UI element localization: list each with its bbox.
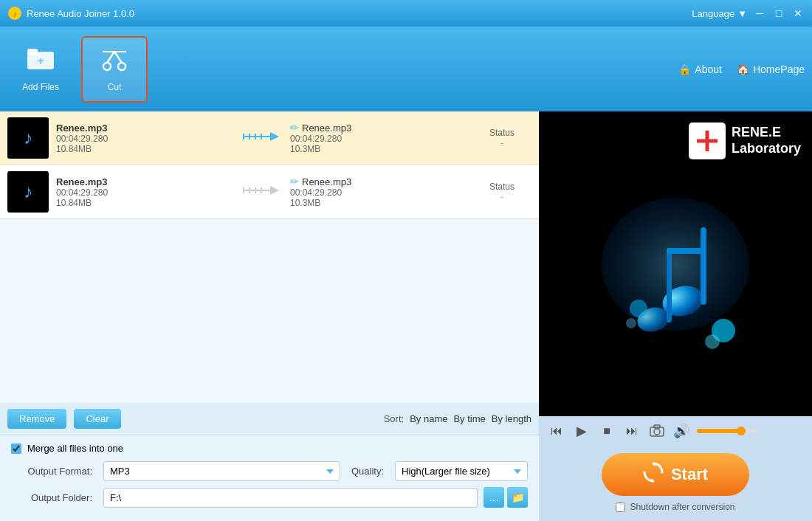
svg-point-33 <box>630 300 647 317</box>
about-link[interactable]: 🔒 About <box>678 63 722 75</box>
language-selector[interactable]: Language ▼ <box>692 8 747 19</box>
cut-icon <box>100 46 129 79</box>
browse-button[interactable]: … <box>484 487 504 508</box>
file-row[interactable]: ♪ Renee.mp3 00:04:29.280 10.84MB ✏ Renee… <box>0 165 539 219</box>
svg-point-36 <box>654 429 660 435</box>
logo-line2: Laboratory <box>732 141 801 157</box>
music-note-icon: ♪ <box>24 182 32 202</box>
start-button[interactable]: Start <box>602 453 749 496</box>
svg-point-5 <box>103 63 111 70</box>
file-info: Renee.mp3 00:04:29.280 10.84MB <box>56 123 231 154</box>
file-duration: 00:04:29.280 <box>56 134 231 144</box>
output-folder-label: Output Folder: <box>11 492 92 503</box>
window-controls: Language ▼ ─ □ ✕ <box>692 7 805 20</box>
stop-button[interactable]: ■ <box>598 422 616 440</box>
clear-button[interactable]: Clear <box>74 409 120 429</box>
folder-input[interactable] <box>103 488 478 508</box>
logo-text: RENE.E Laboratory <box>732 125 801 156</box>
skip-back-button[interactable]: ⏮ <box>548 422 565 440</box>
add-files-icon: + <box>26 46 55 79</box>
shutdown-row: Shutdown after conversion <box>616 502 734 512</box>
volume-thumb <box>737 427 746 435</box>
svg-line-7 <box>107 52 114 63</box>
file-row[interactable]: ♪ Renee.mp3 00:04:29.280 10.84MB ✏ Renee… <box>0 111 539 165</box>
file-arrow-icon <box>238 128 283 149</box>
svg-point-34 <box>626 318 636 328</box>
app-logo-icon: ♪ <box>7 6 22 21</box>
sort-by-length-button[interactable]: By length <box>492 413 531 424</box>
file-status: Status - <box>472 182 531 202</box>
edit-icon: ✏ <box>290 122 299 134</box>
toolbar-right: 🔒 About 🏠 HomePage <box>678 63 805 75</box>
output-duration: 00:04:29.280 <box>290 134 465 144</box>
output-format-row: Output Format: MP3WAVAACFLACOGG Quality:… <box>11 461 528 481</box>
left-panel: ♪ Renee.mp3 00:04:29.280 10.84MB ✏ Renee… <box>0 111 539 521</box>
volume-icon: 🔊 <box>673 423 689 439</box>
output-format-label: Output Format: <box>11 466 92 477</box>
file-thumbnail: ♪ <box>7 117 49 159</box>
play-button[interactable]: ▶ <box>573 422 591 440</box>
language-label: Language <box>692 8 734 19</box>
snapshot-button[interactable] <box>648 422 666 440</box>
edit-icon: ✏ <box>290 176 299 187</box>
merge-checkbox[interactable] <box>11 444 21 454</box>
music-note-svg <box>572 168 779 360</box>
lock-icon: 🔒 <box>678 63 691 75</box>
maximize-button[interactable]: □ <box>772 7 785 20</box>
file-status: Status - <box>472 128 531 148</box>
music-note-icon: ♪ <box>24 128 32 148</box>
file-output: ✏ Renee.mp3 00:04:29.280 10.3MB <box>290 122 465 154</box>
shutdown-checkbox[interactable] <box>616 503 625 512</box>
svg-marker-11 <box>270 132 279 141</box>
sort-by-name-button[interactable]: By name <box>410 413 447 424</box>
quality-select[interactable]: High(Larger file size)MediumLow <box>395 461 528 481</box>
preview-area: RENE.E Laboratory <box>539 111 812 416</box>
file-size: 10.84MB <box>56 144 231 154</box>
titlebar: ♪ Renee Audio Joiner 1.0.0 Language ▼ ─ … <box>0 0 812 27</box>
logo-area: RENE.E Laboratory <box>689 123 801 159</box>
music-visual <box>572 168 779 360</box>
svg-text:♪: ♪ <box>13 9 17 19</box>
about-label: About <box>695 63 722 75</box>
bottom-bar: Remove Clear Sort: By name By time By le… <box>0 403 539 435</box>
merge-row: Merge all files into one <box>11 443 528 454</box>
folder-row: … 📁 <box>103 487 528 508</box>
svg-rect-3 <box>27 49 38 55</box>
player-controls: ⏮ ▶ ■ ⏭ 🔊 <box>539 416 812 446</box>
skip-forward-button[interactable]: ⏭ <box>623 422 641 440</box>
shutdown-label: Shutdown after conversion <box>630 502 734 512</box>
svg-point-6 <box>118 63 125 70</box>
app-title: Renee Audio Joiner 1.0.0 <box>27 8 692 19</box>
sort-by-time-button[interactable]: By time <box>453 413 485 424</box>
close-button[interactable]: ✕ <box>791 7 805 20</box>
volume-slider[interactable] <box>697 429 756 433</box>
homepage-link[interactable]: 🏠 HomePage <box>737 63 805 75</box>
output-duration: 00:04:29.280 <box>290 187 465 198</box>
logo-icon <box>689 123 726 159</box>
output-format-select[interactable]: MP3WAVAACFLACOGG <box>103 461 340 481</box>
right-panel: RENE.E Laboratory <box>539 111 812 521</box>
file-name: Renee.mp3 <box>56 123 231 134</box>
status-label: Status <box>472 128 531 138</box>
output-size: 10.3MB <box>290 144 465 154</box>
cut-button[interactable]: Cut <box>81 36 148 103</box>
sort-label: Sort: <box>384 413 404 424</box>
file-thumbnail: ♪ <box>7 171 49 213</box>
file-list: ♪ Renee.mp3 00:04:29.280 10.84MB ✏ Renee… <box>0 111 539 403</box>
output-folder-row: Output Folder: … 📁 <box>11 487 528 508</box>
open-folder-button[interactable]: 📁 <box>507 487 528 508</box>
file-name: Renee.mp3 <box>56 176 231 187</box>
toolbar: + Add Files Cut 🔒 About 🏠 HomePage <box>0 27 812 111</box>
remove-button[interactable]: Remove <box>7 409 66 429</box>
svg-rect-27 <box>701 227 706 305</box>
svg-line-8 <box>114 52 122 63</box>
add-files-button[interactable]: + Add Files <box>7 36 74 103</box>
file-output: ✏ Renee.mp3 00:04:29.280 10.3MB <box>290 176 465 208</box>
file-info: Renee.mp3 00:04:29.280 10.84MB <box>56 176 231 208</box>
status-value: - <box>472 192 531 202</box>
svg-rect-37 <box>654 425 660 428</box>
file-size: 10.84MB <box>56 198 231 208</box>
minimize-button[interactable]: ─ <box>753 7 766 20</box>
main-layout: ♪ Renee.mp3 00:04:29.280 10.84MB ✏ Renee… <box>0 111 812 521</box>
svg-point-32 <box>705 334 720 349</box>
